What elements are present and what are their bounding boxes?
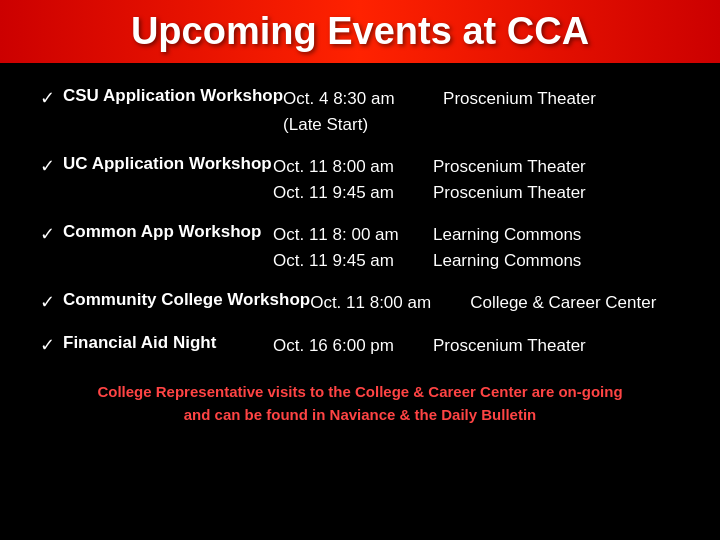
event-dates-community: Oct. 11 8:00 am [310, 290, 470, 316]
location-line: Proscenium Theater [433, 154, 680, 180]
checkmark-icon: ✓ [40, 223, 55, 245]
event-locations-commonapp: Learning CommonsLearning Commons [433, 222, 680, 273]
event-dates-financial: Oct. 16 6:00 pm [273, 333, 433, 359]
checkmark-icon: ✓ [40, 334, 55, 356]
location-line: Learning Commons [433, 248, 680, 274]
event-locations-financial: Proscenium Theater [433, 333, 680, 359]
page-title: Upcoming Events at CCA [20, 10, 700, 53]
location-line: Learning Commons [433, 222, 680, 248]
event-dates-uc: Oct. 11 8:00 amOct. 11 9:45 am [273, 154, 433, 205]
event-name-community: Community College Workshop [63, 290, 310, 310]
event-name-financial: Financial Aid Night [63, 333, 273, 353]
location-line: Proscenium Theater [433, 333, 680, 359]
event-name-commonapp: Common App Workshop [63, 222, 273, 242]
location-line: Proscenium Theater [443, 86, 680, 112]
event-row-community: ✓Community College WorkshopOct. 11 8:00 … [40, 282, 680, 325]
event-locations-community: College & Career Center [470, 290, 680, 316]
checkmark-icon: ✓ [40, 87, 55, 109]
location-line: Proscenium Theater [433, 180, 680, 206]
event-locations-uc: Proscenium TheaterProscenium Theater [433, 154, 680, 205]
header-banner: Upcoming Events at CCA [0, 0, 720, 63]
date-line: (Late Start) [283, 112, 443, 138]
footer-line2: and can be found in Naviance & the Daily… [40, 404, 680, 427]
date-line: Oct. 16 6:00 pm [273, 333, 433, 359]
date-line: Oct. 11 9:45 am [273, 180, 433, 206]
event-dates-csu: Oct. 4 8:30 am(Late Start) [283, 86, 443, 137]
event-dates-commonapp: Oct. 11 8: 00 amOct. 11 9:45 am [273, 222, 433, 273]
footer-line1: College Representative visits to the Col… [40, 381, 680, 404]
checkmark-icon: ✓ [40, 291, 55, 313]
date-line: Oct. 11 9:45 am [273, 248, 433, 274]
date-line: Oct. 11 8:00 am [273, 154, 433, 180]
date-line: Oct. 11 8:00 am [310, 290, 470, 316]
date-line: Oct. 4 8:30 am [283, 86, 443, 112]
date-line: Oct. 11 8: 00 am [273, 222, 433, 248]
event-row-uc: ✓UC Application WorkshopOct. 11 8:00 amO… [40, 146, 680, 214]
event-locations-csu: Proscenium Theater [443, 86, 680, 112]
events-list: ✓CSU Application WorkshopOct. 4 8:30 am(… [40, 78, 680, 367]
footer-note: College Representative visits to the Col… [40, 381, 680, 426]
location-line: College & Career Center [470, 290, 680, 316]
event-row-commonapp: ✓Common App WorkshopOct. 11 8: 00 amOct.… [40, 214, 680, 282]
event-name-csu: CSU Application Workshop [63, 86, 283, 106]
events-content: ✓CSU Application WorkshopOct. 4 8:30 am(… [0, 73, 720, 436]
page-container: Upcoming Events at CCA ✓CSU Application … [0, 0, 720, 436]
checkmark-icon: ✓ [40, 155, 55, 177]
event-row-financial: ✓Financial Aid NightOct. 16 6:00 pmProsc… [40, 325, 680, 368]
event-row-csu: ✓CSU Application WorkshopOct. 4 8:30 am(… [40, 78, 680, 146]
event-name-uc: UC Application Workshop [63, 154, 273, 174]
